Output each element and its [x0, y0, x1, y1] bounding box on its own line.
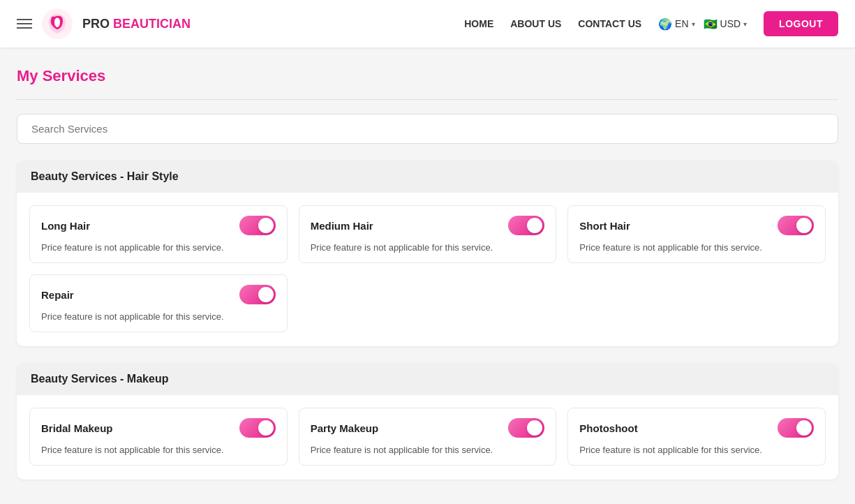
service-card-bridal-makeup: Bridal MakeupPrice feature is not applic…	[29, 408, 288, 466]
toggle-repair[interactable]	[239, 285, 276, 304]
toggle-thumb-party-makeup	[527, 420, 542, 436]
service-name-photoshoot: Photoshoot	[579, 422, 637, 434]
section-hair-style: Beauty Services - Hair StyleLong HairPri…	[17, 161, 838, 346]
toggle-track-photoshoot	[778, 418, 814, 438]
service-note-bridal-makeup: Price feature is not applicable for this…	[41, 445, 276, 455]
service-note-party-makeup: Price feature is not applicable for this…	[311, 445, 545, 455]
currency-flag: 🇧🇷	[704, 17, 718, 31]
locale-group: 🌍 EN ▾ 🇧🇷 USD ▾	[658, 17, 747, 31]
service-name-medium-hair: Medium Hair	[311, 220, 373, 232]
toggle-photoshoot[interactable]	[778, 418, 814, 438]
empty-cell	[299, 274, 557, 332]
nav-contact[interactable]: CONTACT US	[578, 18, 641, 29]
service-row-0: Long HairPrice feature is not applicable…	[17, 205, 838, 263]
toggle-thumb-short-hair	[796, 218, 812, 233]
nav-about[interactable]: ABOUT US	[510, 18, 561, 29]
page-content: My Services Beauty Services - Hair Style…	[0, 47, 855, 504]
toggle-thumb-repair	[258, 287, 274, 302]
service-note-photoshoot: Price feature is not applicable for this…	[579, 445, 814, 455]
nav-home[interactable]: HOME	[464, 18, 493, 29]
navbar-right: HOME ABOUT US CONTACT US 🌍 EN ▾ 🇧🇷 USD ▾…	[464, 11, 838, 36]
service-name-repair: Repair	[41, 289, 74, 301]
language-selector[interactable]: 🌍 EN ▾	[658, 17, 694, 31]
toggle-thumb-long-hair	[258, 218, 274, 233]
service-note-short-hair: Price feature is not applicable for this…	[579, 242, 814, 253]
card-header-party-makeup: Party Makeup	[311, 418, 545, 438]
search-wrap	[17, 114, 838, 144]
section-header-makeup: Beauty Services - Makeup	[17, 363, 838, 395]
toggle-track-medium-hair	[508, 216, 544, 235]
toggle-track-party-makeup	[508, 418, 544, 438]
toggle-short-hair[interactable]	[778, 216, 814, 235]
card-header-medium-hair: Medium Hair	[311, 216, 545, 235]
card-header-long-hair: Long Hair	[41, 216, 276, 235]
service-note-repair: Price feature is not applicable for this…	[41, 311, 276, 322]
toggle-medium-hair[interactable]	[508, 216, 544, 235]
empty-cell	[567, 274, 826, 332]
card-header-repair: Repair	[41, 285, 276, 304]
service-card-short-hair: Short HairPrice feature is not applicabl…	[567, 205, 826, 263]
navbar-left: PRO BEAUTICIAN	[17, 8, 191, 39]
toggle-thumb-medium-hair	[527, 218, 542, 233]
language-flag: 🌍	[658, 17, 672, 31]
toggle-track-short-hair	[778, 216, 814, 235]
title-divider	[17, 99, 838, 100]
toggle-track-long-hair	[239, 216, 276, 235]
service-row-0: Bridal MakeupPrice feature is not applic…	[17, 408, 838, 466]
toggle-long-hair[interactable]	[239, 216, 276, 235]
brand-name: PRO BEAUTICIAN	[82, 17, 191, 31]
sections-container: Beauty Services - Hair StyleLong HairPri…	[17, 161, 838, 480]
navbar: PRO BEAUTICIAN HOME ABOUT US CONTACT US …	[0, 0, 855, 47]
service-name-short-hair: Short Hair	[579, 220, 630, 232]
service-card-long-hair: Long HairPrice feature is not applicable…	[29, 205, 288, 263]
currency-code: USD	[720, 18, 741, 29]
service-note-medium-hair: Price feature is not applicable for this…	[311, 242, 545, 253]
toggle-party-makeup[interactable]	[508, 418, 544, 438]
service-name-party-makeup: Party Makeup	[311, 422, 379, 434]
toggle-thumb-bridal-makeup	[258, 420, 274, 436]
language-code: EN	[675, 18, 688, 29]
service-card-party-makeup: Party MakeupPrice feature is not applica…	[299, 408, 557, 466]
card-header-photoshoot: Photoshoot	[579, 418, 814, 438]
language-chevron: ▾	[692, 20, 695, 28]
service-row-1: RepairPrice feature is not applicable fo…	[17, 274, 838, 332]
logout-button[interactable]: LOGOUT	[764, 11, 838, 36]
hamburger-menu[interactable]	[17, 19, 32, 29]
service-name-bridal-makeup: Bridal Makeup	[41, 422, 113, 434]
currency-chevron: ▾	[743, 20, 747, 28]
service-card-photoshoot: PhotoshootPrice feature is not applicabl…	[567, 408, 826, 466]
toggle-track-bridal-makeup	[239, 418, 276, 438]
service-card-repair: RepairPrice feature is not applicable fo…	[29, 274, 288, 332]
card-header-short-hair: Short Hair	[579, 216, 814, 235]
search-input[interactable]	[17, 114, 838, 144]
page-title: My Services	[17, 67, 838, 85]
toggle-thumb-photoshoot	[796, 420, 812, 436]
logo-icon	[42, 8, 73, 39]
currency-selector[interactable]: 🇧🇷 USD ▾	[704, 17, 748, 31]
card-header-bridal-makeup: Bridal Makeup	[41, 418, 276, 438]
service-note-long-hair: Price feature is not applicable for this…	[41, 242, 276, 253]
service-name-long-hair: Long Hair	[41, 220, 90, 232]
section-header-hair-style: Beauty Services - Hair Style	[17, 161, 838, 193]
section-makeup: Beauty Services - MakeupBridal MakeupPri…	[17, 363, 838, 480]
service-card-medium-hair: Medium HairPrice feature is not applicab…	[299, 205, 557, 263]
toggle-track-repair	[239, 285, 276, 304]
toggle-bridal-makeup[interactable]	[239, 418, 276, 438]
